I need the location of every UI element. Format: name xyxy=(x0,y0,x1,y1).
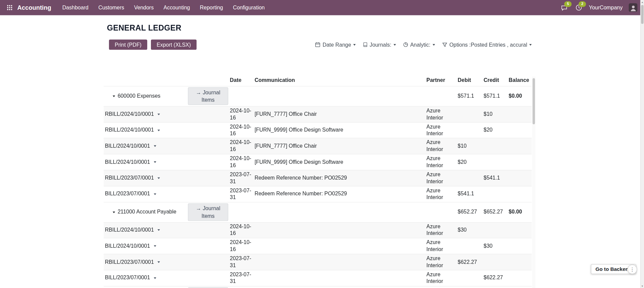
entry-partner: Azure Interior xyxy=(426,186,457,202)
journal-entry-row: RBILL/2023/07/00012023-07-31Redeem Refer… xyxy=(104,170,532,186)
journal-items-button[interactable]: → Journal Items xyxy=(188,203,228,221)
account-group-row: 211000 Account Payable→ Journal Items$65… xyxy=(104,202,532,222)
group-total-credit: $652.27 xyxy=(483,202,508,222)
activities-icon[interactable]: 2 xyxy=(575,3,583,12)
menu-customers[interactable]: Customers xyxy=(94,2,129,13)
menu-reporting[interactable]: Reporting xyxy=(195,2,227,13)
filter-options[interactable]: Options :Posted Entries , accural xyxy=(442,42,532,48)
filter-journals[interactable]: Journals: xyxy=(363,42,396,48)
dropdown-caret-icon[interactable] xyxy=(154,245,156,247)
report-filters: Date Range Journals: Analytic: xyxy=(315,42,532,48)
entry-debit: $541.1 xyxy=(457,186,483,202)
table-scrollbar-track[interactable] xyxy=(532,77,535,288)
activities-badge: 2 xyxy=(579,1,586,7)
entry-credit xyxy=(483,138,508,154)
entry-communication: [FURN_9999] Office Design Software xyxy=(254,154,425,170)
app-brand[interactable]: Accounting xyxy=(17,4,51,11)
report-content: GENERAL LEDGER Print (PDF) Export (XLSX)… xyxy=(104,23,532,288)
page-scrollbar-track[interactable]: ▲ ▼ xyxy=(640,0,644,288)
entry-date: 2024-10-16 xyxy=(229,238,254,254)
dropdown-caret-icon[interactable] xyxy=(158,113,160,115)
print-pdf-button[interactable]: Print (PDF) xyxy=(109,40,147,50)
entry-partner: Azure Interior xyxy=(426,223,457,238)
move-name[interactable]: RBILL/2024/10/0001 xyxy=(105,227,154,234)
collapse-caret-icon[interactable] xyxy=(113,95,115,97)
dropdown-caret-icon[interactable] xyxy=(158,261,160,263)
chevron-down-icon xyxy=(393,44,396,46)
export-xlsx-button[interactable]: Export (XLSX) xyxy=(151,40,197,50)
entry-date: 2024-10-16 xyxy=(229,138,254,154)
dropdown-caret-icon[interactable] xyxy=(154,277,156,279)
menu-accounting[interactable]: Accounting xyxy=(159,2,195,13)
filter-journals-label: Journals: xyxy=(370,42,391,48)
dropdown-caret-icon[interactable] xyxy=(154,193,156,195)
journal-book-icon xyxy=(363,42,368,47)
column-header-date: Date xyxy=(229,76,254,86)
messages-badge: 5 xyxy=(564,1,572,7)
messages-icon[interactable]: 5 xyxy=(560,3,569,12)
dropdown-caret-icon[interactable] xyxy=(154,161,156,163)
move-name[interactable]: BILL/2024/10/0001 xyxy=(105,143,150,150)
account-name[interactable]: 211000 Account Payable xyxy=(118,209,176,216)
page-scrollbar-thumb[interactable] xyxy=(641,5,643,24)
menu-vendors[interactable]: Vendors xyxy=(129,2,158,13)
entry-communication xyxy=(254,254,425,270)
filter-analytic[interactable]: Analytic: xyxy=(403,42,435,48)
entry-debit: $622.27 xyxy=(457,254,483,270)
entry-credit xyxy=(483,254,508,270)
group-total-balance: $0.00 xyxy=(508,202,532,222)
move-name[interactable]: RBILL/2023/07/0001 xyxy=(105,175,154,182)
journal-entry-row: BILL/2024/10/00012024-10-16[FURN_7777] O… xyxy=(104,138,532,154)
journal-entry-row: RBILL/2023/07/00012023-07-31Azure Interi… xyxy=(104,254,532,270)
group-total-balance: $0.00 xyxy=(508,86,532,106)
entry-date: 2024-10-16 xyxy=(229,106,254,122)
column-header-balance: Balance xyxy=(508,76,532,86)
user-avatar[interactable] xyxy=(629,3,638,12)
general-ledger-table: Date Communication Partner Debit Credit … xyxy=(104,76,532,288)
move-name[interactable]: BILL/2024/10/0001 xyxy=(105,243,150,250)
entry-partner: Azure Interior xyxy=(426,171,457,186)
entry-credit: $30 xyxy=(483,238,508,254)
filter-options-label: Options :Posted Entries , accural xyxy=(449,42,527,48)
journal-entry-row: RBILL/2024/10/00012024-10-16Azure Interi… xyxy=(104,222,532,238)
report-actions-row: Print (PDF) Export (XLSX) Date Range xyxy=(104,40,532,50)
entry-credit: $622.27 xyxy=(483,270,508,286)
menu-dashboard[interactable]: Dashboard xyxy=(58,2,93,13)
journal-entry-row: BILL/2024/10/00012024-10-16Azure Interio… xyxy=(104,238,532,254)
scroll-up-arrow-icon[interactable]: ▲ xyxy=(641,0,644,4)
account-name[interactable]: 600000 Expenses xyxy=(118,93,161,100)
collapse-caret-icon[interactable] xyxy=(113,211,115,213)
move-name[interactable]: BILL/2023/07/0001 xyxy=(105,191,150,198)
entry-debit: $30 xyxy=(457,223,483,238)
group-total-debit: $12477.45 xyxy=(457,286,483,288)
move-name[interactable]: BILL/2023/07/0001 xyxy=(105,275,150,282)
journal-items-button[interactable]: → Journal Items xyxy=(188,87,228,105)
filter-date-range[interactable]: Date Range xyxy=(315,42,356,48)
company-name[interactable]: YourCompany xyxy=(589,4,623,10)
menu-configuration[interactable]: Configuration xyxy=(228,2,269,13)
entry-credit xyxy=(483,154,508,170)
entry-date: 2023-07-31 xyxy=(229,270,254,286)
vertical-ellipsis-icon: ⋮ xyxy=(630,267,635,272)
entry-credit: $541.1 xyxy=(483,171,508,186)
apps-grid-icon[interactable] xyxy=(5,3,14,12)
table-scrollbar-thumb[interactable] xyxy=(533,78,535,124)
journal-entry-row: BILL/2024/10/00012024-10-16[FURN_9999] O… xyxy=(104,154,532,170)
backend-more-menu-button[interactable]: ⋮ xyxy=(628,265,637,274)
move-name[interactable]: BILL/2024/10/0001 xyxy=(105,159,150,166)
entry-credit: $10 xyxy=(483,106,508,122)
entry-partner: Azure Interior xyxy=(426,254,457,270)
dropdown-caret-icon[interactable] xyxy=(154,145,156,147)
move-name[interactable]: RBILL/2023/07/0001 xyxy=(105,259,154,266)
arrow-right-icon: → xyxy=(196,205,203,211)
dropdown-caret-icon[interactable] xyxy=(158,229,160,231)
dropdown-caret-icon[interactable] xyxy=(158,130,160,131)
dropdown-caret-icon[interactable] xyxy=(158,177,160,179)
entry-communication: Redeem Reference Number: PO02529 xyxy=(254,171,425,186)
filter-date-range-label: Date Range xyxy=(323,42,351,48)
scroll-down-arrow-icon[interactable]: ▼ xyxy=(641,284,644,288)
move-name[interactable]: RBILL/2024/10/0001 xyxy=(105,111,154,118)
entry-communication xyxy=(254,270,425,286)
entry-debit xyxy=(457,171,483,186)
move-name[interactable]: RBILL/2024/10/0001 xyxy=(105,127,154,134)
